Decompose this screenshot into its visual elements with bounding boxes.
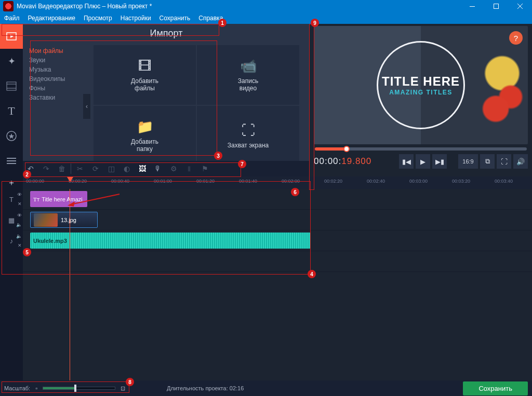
voiceover-button[interactable]: 🎙 <box>150 161 166 176</box>
svg-marker-5 <box>10 35 14 38</box>
sidebar-transitions[interactable] <box>0 74 23 99</box>
callout-5: 5 <box>23 248 31 256</box>
detach-preview-button[interactable]: ⧉ <box>480 154 495 169</box>
svg-marker-10 <box>9 133 15 139</box>
ruler-mark: 00:01:40 <box>239 179 257 184</box>
tracks-area[interactable]: TTTitle here Amazi 13.jpg Ukulele.mp3 <box>23 189 532 380</box>
track-link-toggle[interactable]: ✕ <box>18 201 22 207</box>
menu-edit[interactable]: Редактирование <box>28 15 75 22</box>
rotate-button[interactable]: ⟳ <box>88 161 103 176</box>
ruler-mark: 00:02:00 <box>282 179 300 184</box>
cat-my-files[interactable]: Мои файлы <box>29 46 90 56</box>
tile-label: Запись видео <box>238 77 258 92</box>
menu-file[interactable]: Файл <box>4 15 20 22</box>
prev-frame-button[interactable]: ▮◀ <box>399 154 414 169</box>
cat-backgrounds[interactable]: Фоны <box>29 84 90 93</box>
cat-videoclips[interactable]: Видеоклипы <box>29 74 90 84</box>
audio-track[interactable]: Ukulele.mp3 <box>23 230 532 251</box>
callout-1: 1 <box>218 19 227 27</box>
tile-screen-capture[interactable]: ⛶ Захват экрана <box>197 106 299 166</box>
bottombar: Масштаб: ▫ ⊡ Длительность проекта: 02:16… <box>0 380 532 396</box>
cat-music[interactable]: Музыка <box>29 65 90 74</box>
video-clip[interactable]: 13.jpg <box>30 212 98 228</box>
help-button[interactable]: ? <box>509 31 523 45</box>
empty-track[interactable] <box>23 251 532 272</box>
clip-properties-button[interactable]: 🖼 <box>135 161 150 176</box>
sidebar-titles[interactable]: T <box>0 99 23 124</box>
close-button[interactable] <box>508 0 532 12</box>
title-graphic: TITLE HERE AMAZING TITLES <box>377 41 465 129</box>
color-adjust-button[interactable]: ◐ <box>119 161 135 176</box>
crop-button[interactable]: ◫ <box>103 161 119 176</box>
collapse-categories[interactable]: ‹ <box>83 94 90 119</box>
menubar: Файл Редактирование Просмотр Настройки С… <box>0 12 532 24</box>
track-visibility-toggle[interactable]: 👁 <box>17 192 22 197</box>
subtitle-text: AMAZING TITLES <box>389 89 453 96</box>
ruler-mark: 00:03:00 <box>409 179 428 184</box>
tile-label: Захват экрана <box>228 142 269 149</box>
settings-button[interactable]: ⚙ <box>166 161 181 176</box>
minimize-button[interactable] <box>460 0 484 12</box>
title-track[interactable]: TTTitle here Amazi <box>23 189 532 210</box>
track-header-video: ▦ 👁 🔈 <box>0 210 23 230</box>
title-clip[interactable]: TTTitle here Amazi <box>30 191 87 207</box>
cat-sounds[interactable]: Звуки <box>29 56 90 65</box>
redo-button[interactable]: ↷ <box>38 161 54 176</box>
aspect-ratio-button[interactable]: 16:9 <box>458 154 478 169</box>
camera-icon: 📹 <box>240 58 257 74</box>
callout-4: 4 <box>308 270 316 278</box>
zoom-thumb[interactable] <box>74 385 76 392</box>
audio-clip[interactable]: Ukulele.mp3 <box>30 233 311 249</box>
volume-button[interactable]: 🔊 <box>513 154 528 169</box>
zoom-fit-icon[interactable]: ⊡ <box>121 385 125 392</box>
menu-view[interactable]: Просмотр <box>84 15 112 22</box>
tile-record-video[interactable]: 📹 Запись видео <box>197 45 299 105</box>
playhead[interactable] <box>70 189 70 380</box>
callout-7: 7 <box>238 160 246 168</box>
track-mute-toggle[interactable]: 🔈 <box>16 234 22 239</box>
sidebar-import[interactable] <box>0 24 23 49</box>
titlebar: Movavi Видеоредактор Плюс – Новый проект… <box>0 0 532 12</box>
ruler-mark: 00:01:20 <box>196 179 215 184</box>
tile-label: Добавить папку <box>131 138 158 153</box>
seekbar-thumb[interactable] <box>343 146 350 152</box>
marker-button[interactable]: ⚑ <box>197 161 212 176</box>
sidebar-stickers[interactable] <box>0 124 23 148</box>
import-categories: Мои файлы Звуки Музыка Видеоклипы Фоны З… <box>23 43 90 170</box>
callout-8: 8 <box>126 378 134 386</box>
export-button[interactable]: Сохранить <box>463 381 528 395</box>
video-track[interactable]: 13.jpg <box>23 210 532 230</box>
cat-intros[interactable]: Заставки <box>29 93 90 102</box>
timeline-ruler[interactable]: 00:00:00 00:00:20 00:00:40 00:01:00 00:0… <box>23 176 532 189</box>
zoom-label: Масштаб: <box>4 385 30 391</box>
tile-add-folder[interactable]: 📁 Добавить папку <box>94 106 196 166</box>
callout-3: 3 <box>214 152 222 160</box>
callout-2: 2 <box>23 170 31 179</box>
menu-save[interactable]: Сохранить <box>159 15 191 22</box>
ruler-mark: 00:03:40 <box>495 179 513 184</box>
track-link-toggle[interactable]: ✕ <box>18 243 22 248</box>
import-title: Импорт <box>23 24 310 43</box>
next-frame-button[interactable]: ▶▮ <box>432 154 447 169</box>
maximize-button[interactable] <box>484 0 508 12</box>
tile-add-files[interactable]: 🎞 Добавить файлы <box>94 45 196 105</box>
play-button[interactable]: ▶ <box>416 154 430 169</box>
preview-seekbar[interactable] <box>315 147 527 151</box>
separator <box>71 163 71 174</box>
screen-capture-icon: ⛶ <box>242 122 255 139</box>
zoom-slider[interactable] <box>43 387 115 390</box>
add-track-button[interactable]: ＋ <box>0 176 23 189</box>
track-visibility-toggle[interactable]: 👁 <box>17 213 22 218</box>
track-mute-toggle[interactable]: 🔈 <box>16 222 22 227</box>
audio-eq-button[interactable]: ⫴ <box>181 161 197 176</box>
sidebar-filters[interactable]: ✦ <box>0 49 23 74</box>
audio-track-icon: ♪ <box>10 237 14 245</box>
sidebar-more[interactable] <box>0 148 23 173</box>
split-button[interactable]: ✂ <box>72 161 88 176</box>
menu-settings[interactable]: Настройки <box>121 15 151 22</box>
svg-rect-1 <box>494 4 499 9</box>
fullscreen-button[interactable]: ⛶ <box>497 154 511 169</box>
preview-canvas[interactable]: ? TITLE HERE AMAZING TITLES <box>314 26 528 144</box>
zoom-out-icon[interactable]: ▫ <box>35 385 37 391</box>
delete-button[interactable]: 🗑 <box>54 161 70 176</box>
